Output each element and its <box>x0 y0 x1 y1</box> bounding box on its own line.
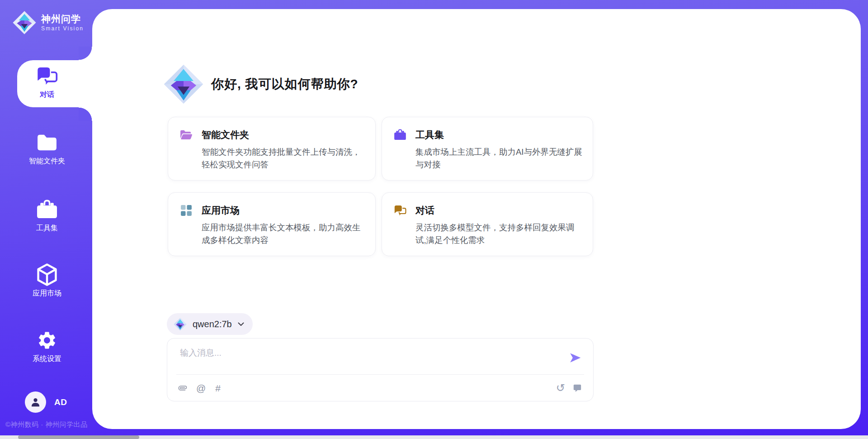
message-input[interactable] <box>180 347 546 371</box>
card-chat[interactable]: 对话 灵活切换多模型文件，支持多样回复效果调试,满足个性化需求 <box>382 192 593 256</box>
sidebar-item-smart-folder[interactable]: 智能文件夹 <box>0 132 94 166</box>
composer-toolbar-right: ↺ <box>556 382 582 393</box>
history-button[interactable]: ↺ <box>556 382 565 393</box>
person-icon <box>29 396 42 408</box>
quick-phrase-button[interactable] <box>573 383 582 392</box>
brand-text: 神州问学 Smart Vision <box>41 14 84 32</box>
mention-button[interactable]: @ <box>196 383 206 393</box>
copyright-text: ©神州数码 · 神州问学出品 <box>5 420 87 429</box>
card-description: 灵活切换多模型文件，支持多样回复效果调试,满足个性化需求 <box>415 221 584 247</box>
folder-open-icon <box>180 129 193 141</box>
brand-logo: 神州问学 Smart Vision <box>13 10 84 35</box>
message-composer: @ # ↺ <box>167 338 594 401</box>
sidebar-item-chat[interactable]: 对话 <box>0 65 94 100</box>
sidebar-item-label: 对话 <box>0 90 94 100</box>
model-gem-icon <box>174 317 187 331</box>
shortcut-cards: 智能文件夹 智能文件夹功能支持批量文件上传与清洗，轻松实现文件问答 工具集 集成… <box>168 117 593 256</box>
user-chip[interactable]: AD <box>25 391 67 413</box>
folder-icon <box>0 132 94 153</box>
card-header: 对话 <box>394 204 584 217</box>
assistant-gem-icon <box>164 64 203 105</box>
card-header: 智能文件夹 <box>180 129 366 141</box>
composer-toolbar: @ # ↺ <box>179 381 582 395</box>
card-app-market[interactable]: 应用市场 应用市场提供丰富长文本模板，助力高效生成多样化文章内容 <box>168 192 376 256</box>
sidebar-item-settings[interactable]: 系统设置 <box>0 329 94 364</box>
card-description: 集成市场上主流工具，助力AI与外界无缝扩展与对接 <box>415 146 584 171</box>
send-icon <box>569 352 582 364</box>
model-name: qwen2:7b <box>193 319 232 329</box>
attach-file-button[interactable] <box>179 384 187 392</box>
model-selector[interactable]: qwen2:7b <box>167 313 253 335</box>
card-title: 智能文件夹 <box>202 129 249 141</box>
hash-icon: # <box>215 383 221 393</box>
chat-bubbles-icon <box>0 65 94 87</box>
briefcase-icon <box>0 199 94 220</box>
card-header: 工具集 <box>394 129 584 141</box>
sidebar-item-label: 系统设置 <box>0 354 94 364</box>
card-toolset[interactable]: 工具集 集成市场上主流工具，助力AI与外界无缝扩展与对接 <box>382 117 593 181</box>
sidebar-item-toolset[interactable]: 工具集 <box>0 199 94 233</box>
card-description: 应用市场提供丰富长文本模板，助力高效生成多样化文章内容 <box>202 221 366 247</box>
sidebar-item-label: 工具集 <box>0 224 94 233</box>
apps-grid-icon <box>180 205 193 216</box>
card-title: 工具集 <box>415 129 444 141</box>
user-initials: AD <box>54 397 67 407</box>
brand-title: 神州问学 <box>41 14 84 24</box>
at-icon: @ <box>196 383 206 393</box>
brand-subtitle: Smart Vision <box>41 25 84 32</box>
horizontal-scrollbar-thumb[interactable] <box>18 435 139 439</box>
card-smart-folder[interactable]: 智能文件夹 智能文件夹功能支持批量文件上传与清洗，轻松实现文件问答 <box>168 117 376 181</box>
card-header: 应用市场 <box>180 204 366 217</box>
card-description: 智能文件夹功能支持批量文件上传与清洗，轻松实现文件问答 <box>202 146 366 171</box>
avatar <box>25 391 46 413</box>
cube-icon <box>0 264 94 286</box>
brand-gem-icon <box>13 10 36 35</box>
chat-square-icon <box>573 383 582 392</box>
card-title: 应用市场 <box>202 204 240 217</box>
history-icon: ↺ <box>556 382 565 393</box>
gear-icon <box>0 329 94 351</box>
briefcase-icon <box>394 129 406 141</box>
sidebar-item-label: 智能文件夹 <box>0 157 94 166</box>
card-title: 对话 <box>415 204 434 217</box>
greeting-block: 你好, 我可以如何帮助你? <box>164 64 359 105</box>
app-window: 神州问学 Smart Vision 对话 智能文件夹 <box>0 0 868 439</box>
send-button[interactable] <box>569 352 582 364</box>
greeting-title: 你好, 我可以如何帮助你? <box>211 76 359 93</box>
hashtag-button[interactable]: # <box>215 383 221 393</box>
composer-divider <box>176 374 584 375</box>
horizontal-scrollbar-track[interactable] <box>0 435 868 439</box>
sidebar: 神州问学 Smart Vision 对话 智能文件夹 <box>0 0 94 439</box>
chevron-down-icon <box>238 322 244 326</box>
paperclip-icon <box>177 382 189 394</box>
chat-bubbles-icon <box>394 205 406 216</box>
sidebar-item-app-market[interactable]: 应用市场 <box>0 264 94 298</box>
sidebar-item-label: 应用市场 <box>0 289 94 298</box>
